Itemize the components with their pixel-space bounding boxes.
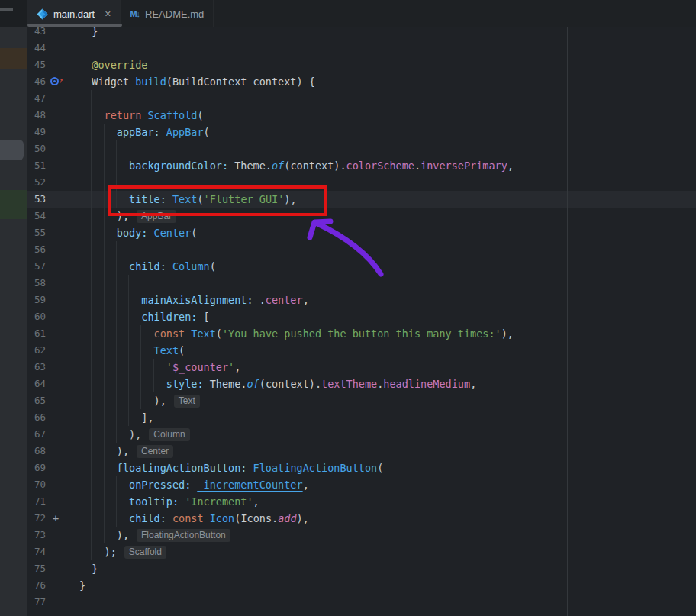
code-line[interactable]: 77 bbox=[27, 594, 696, 611]
line-number: 52 bbox=[31, 174, 46, 191]
code-text: child: Column( bbox=[79, 258, 216, 275]
override-indicator-icon[interactable]: ↑ bbox=[49, 73, 63, 92]
left-strip bbox=[0, 27, 27, 616]
code-text: tooltip: 'Increment', bbox=[79, 493, 259, 510]
code-text: } bbox=[79, 23, 98, 40]
dart-icon bbox=[37, 8, 48, 20]
editor-area[interactable]: 43 }4445 @override46↑ Widget build(Build… bbox=[27, 27, 696, 616]
line-number: 53 bbox=[31, 191, 46, 208]
line-number: 48 bbox=[31, 107, 46, 124]
inlay-hint-chip: FloatingActionButton bbox=[137, 529, 230, 542]
code-line[interactable]: 68 ),Center bbox=[27, 443, 696, 460]
tab-bar-left-spacer bbox=[0, 0, 27, 27]
code-text: return Scaffold( bbox=[79, 107, 204, 124]
vscode-editor-window: main.dart×M↓README.md 43 }4445 @override… bbox=[0, 0, 696, 616]
code-line[interactable]: 62 Text( bbox=[27, 342, 696, 359]
code-text: mainAxisAlignment: .center, bbox=[79, 292, 309, 308]
code-text: Widget build(BuildContext context) { bbox=[79, 73, 315, 90]
code-line[interactable]: 69 floatingActionButton: FloatingActionB… bbox=[27, 460, 696, 476]
code-line[interactable]: 64 style: Theme.of(context).textTheme.he… bbox=[27, 376, 696, 392]
inlay-hint-chip: Scaffold bbox=[124, 546, 166, 559]
inlay-hint-chip: Column bbox=[149, 428, 189, 441]
code-text: child: const Icon(Icons.add), bbox=[79, 510, 309, 527]
code-line[interactable]: 57 child: Column( bbox=[27, 258, 696, 275]
line-number: 43 bbox=[31, 23, 46, 40]
code-line[interactable]: 55 body: Center( bbox=[27, 224, 696, 241]
line-number: 68 bbox=[31, 443, 46, 460]
minimap-block-orange bbox=[0, 48, 27, 69]
code-line[interactable]: 67 ),Column bbox=[27, 426, 696, 443]
code-text: body: Center( bbox=[79, 224, 197, 241]
code-text: ),Center bbox=[79, 443, 173, 460]
line-number: 77 bbox=[31, 594, 46, 611]
line-number: 51 bbox=[31, 157, 46, 174]
code-text: );Scaffold bbox=[79, 543, 166, 560]
code-line[interactable]: 66 ], bbox=[27, 409, 696, 426]
minimap-scroll-fragment bbox=[0, 8, 13, 11]
code-text: ], bbox=[79, 409, 154, 426]
code-line[interactable]: 70 onPressed: _incrementCounter, bbox=[27, 476, 696, 493]
code-line[interactable]: 63 '$_counter', bbox=[27, 359, 696, 376]
line-number: 76 bbox=[31, 577, 46, 594]
inlay-hint-chip: Center bbox=[137, 445, 173, 458]
code-text: ),Text bbox=[79, 392, 200, 409]
code-line[interactable]: 60 children: [ bbox=[27, 308, 696, 325]
code-line[interactable]: 46↑ Widget build(BuildContext context) { bbox=[27, 73, 696, 90]
code-line[interactable]: 61 const Text('You have pushed the butto… bbox=[27, 325, 696, 342]
tab-label: main.dart bbox=[53, 8, 95, 20]
code-text: style: Theme.of(context).textTheme.headl… bbox=[79, 376, 476, 392]
code-line[interactable]: 48 return Scaffold( bbox=[27, 107, 696, 124]
code-text: } bbox=[79, 577, 85, 594]
line-number: 47 bbox=[31, 90, 46, 107]
code-line[interactable]: 75 } bbox=[27, 560, 696, 577]
code-line[interactable]: 71 tooltip: 'Increment', bbox=[27, 493, 696, 510]
code-line[interactable]: 76} bbox=[27, 577, 696, 594]
line-number: 63 bbox=[31, 359, 46, 376]
code-text: const Text('You have pushed the button t… bbox=[79, 325, 514, 342]
code-line[interactable]: 51 backgroundColor: Theme.of(context).co… bbox=[27, 157, 696, 174]
markdown-icon: M↓ bbox=[130, 9, 140, 18]
line-number: 71 bbox=[31, 493, 46, 510]
line-number: 67 bbox=[31, 426, 46, 443]
code-line[interactable]: 43 } bbox=[27, 23, 696, 40]
line-number: 54 bbox=[31, 208, 46, 224]
code-line[interactable]: 44 bbox=[27, 40, 696, 56]
line-number: 49 bbox=[31, 124, 46, 140]
tab-label: README.md bbox=[145, 8, 204, 20]
code-text: } bbox=[79, 560, 98, 577]
line-number: 66 bbox=[31, 409, 46, 426]
line-number: 50 bbox=[31, 140, 46, 157]
code-line[interactable]: 50 bbox=[27, 140, 696, 157]
code-text: ),Column bbox=[79, 426, 190, 443]
code-line[interactable]: 58 bbox=[27, 275, 696, 292]
code-line[interactable]: 49 appBar: AppBar( bbox=[27, 124, 696, 140]
code-line[interactable]: 45 @override bbox=[27, 56, 696, 73]
line-number: 62 bbox=[31, 342, 46, 359]
line-number: 72 bbox=[31, 510, 46, 527]
code-line[interactable]: 74 );Scaffold bbox=[27, 543, 696, 560]
plus-icon: + bbox=[49, 510, 63, 527]
line-number: 70 bbox=[31, 476, 46, 493]
code-text: Text( bbox=[79, 342, 185, 359]
code-text: appBar: AppBar( bbox=[79, 124, 210, 140]
line-number: 58 bbox=[31, 275, 46, 292]
code-line[interactable]: 72+ child: const Icon(Icons.add), bbox=[27, 510, 696, 527]
line-number: 44 bbox=[31, 40, 46, 56]
line-number: 57 bbox=[31, 258, 46, 275]
code-line[interactable]: 47 bbox=[27, 90, 696, 107]
line-number: 60 bbox=[31, 308, 46, 325]
close-icon[interactable]: × bbox=[105, 8, 111, 19]
code-text: children: [ bbox=[79, 308, 210, 325]
line-number: 64 bbox=[31, 376, 46, 392]
code-text: ),FloatingActionButton bbox=[79, 527, 230, 543]
code-line[interactable]: 65 ),Text bbox=[27, 392, 696, 409]
line-number: 56 bbox=[31, 241, 46, 258]
code-line[interactable]: 59 mainAxisAlignment: .center, bbox=[27, 292, 696, 308]
line-number: 59 bbox=[31, 292, 46, 308]
inlay-hint-chip: Text bbox=[174, 395, 200, 408]
code-line[interactable]: 73 ),FloatingActionButton bbox=[27, 527, 696, 543]
code-line[interactable]: 56 bbox=[27, 241, 696, 258]
line-number: 73 bbox=[31, 527, 46, 543]
line-number: 69 bbox=[31, 460, 46, 476]
line-number: 61 bbox=[31, 325, 46, 342]
